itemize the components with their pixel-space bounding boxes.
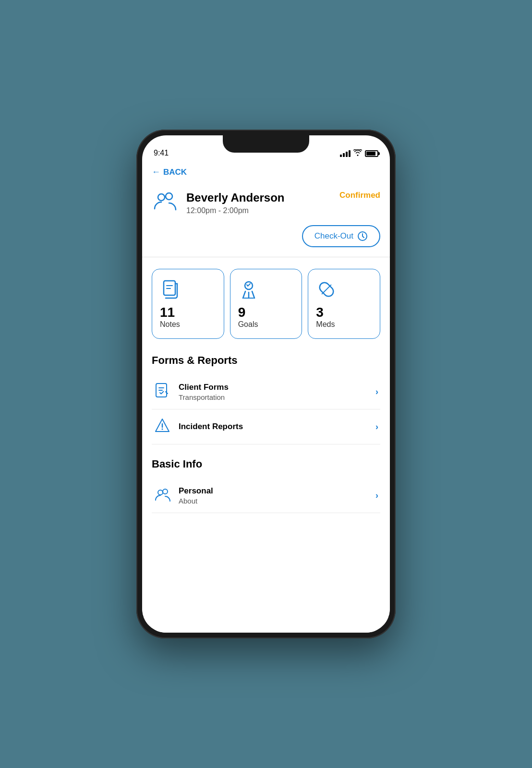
meds-label: Meds	[316, 320, 335, 329]
incident-reports-text: Incident Reports	[179, 422, 368, 432]
svg-point-1	[166, 193, 172, 200]
meds-count: 3	[316, 306, 324, 319]
notes-icon	[160, 279, 181, 300]
client-details: Beverly Anderson 12:00pm - 2:00pm	[186, 191, 285, 216]
signal-bars-icon	[340, 150, 351, 157]
client-forms-subtitle: Transportation	[179, 393, 368, 401]
svg-point-11	[163, 489, 168, 494]
back-button[interactable]: ← BACK	[152, 161, 380, 185]
client-forms-text: Client Forms Transportation	[179, 383, 368, 401]
clock-icon	[357, 231, 368, 241]
personal-text: Personal About	[179, 486, 368, 505]
incident-reports-item[interactable]: Incident Reports ›	[152, 409, 380, 444]
goals-count: 9	[238, 306, 246, 319]
client-header: Beverly Anderson 12:00pm - 2:00pm Confir…	[152, 185, 380, 225]
personal-icon	[154, 486, 171, 505]
svg-point-9	[162, 429, 163, 430]
incident-reports-icon	[154, 417, 171, 436]
forms-section-title: Forms & Reports	[152, 354, 380, 367]
svg-point-0	[158, 194, 165, 201]
svg-line-6	[322, 285, 331, 294]
client-name: Beverly Anderson	[186, 191, 285, 205]
client-forms-item[interactable]: Client Forms Transportation ›	[152, 374, 380, 409]
meds-icon	[316, 279, 337, 300]
goals-label: Goals	[238, 320, 258, 329]
incident-reports-title: Incident Reports	[179, 422, 368, 432]
client-forms-chevron-icon: ›	[375, 387, 378, 397]
personal-subtitle: About	[179, 497, 368, 505]
wifi-icon	[353, 149, 362, 157]
goals-card[interactable]: 9 Goals	[230, 269, 302, 339]
svg-point-10	[158, 490, 163, 495]
basic-info-section-title: Basic Info	[152, 458, 380, 470]
checkout-label: Check-Out	[314, 231, 353, 241]
client-forms-icon	[154, 382, 171, 401]
forms-menu-list: Client Forms Transportation ›	[152, 374, 380, 444]
stats-grid: 11 Notes 9 Goals	[152, 269, 380, 339]
client-avatar-icon	[152, 189, 179, 217]
battery-icon	[365, 150, 378, 157]
divider	[142, 257, 390, 257]
incident-reports-chevron-icon: ›	[375, 422, 378, 432]
client-info: Beverly Anderson 12:00pm - 2:00pm	[152, 189, 285, 217]
personal-title: Personal	[179, 486, 368, 496]
notes-card[interactable]: 11 Notes	[152, 269, 224, 339]
status-icons	[340, 149, 378, 157]
personal-item[interactable]: Personal About ›	[152, 478, 380, 513]
checkout-button[interactable]: Check-Out	[302, 225, 380, 247]
checkout-section: Check-Out	[152, 225, 380, 247]
personal-chevron-icon: ›	[375, 491, 378, 501]
back-arrow-icon: ←	[152, 167, 160, 177]
client-forms-title: Client Forms	[179, 383, 368, 392]
goals-icon	[238, 279, 259, 300]
notes-count: 11	[160, 306, 175, 319]
back-label: BACK	[163, 168, 187, 177]
status-time: 9:41	[154, 149, 169, 157]
meds-card[interactable]: 3 Meds	[308, 269, 380, 339]
client-time-range: 12:00pm - 2:00pm	[186, 206, 285, 215]
basic-info-menu-list: Personal About ›	[152, 478, 380, 513]
notes-label: Notes	[160, 320, 180, 329]
client-status: Confirmed	[339, 189, 380, 200]
